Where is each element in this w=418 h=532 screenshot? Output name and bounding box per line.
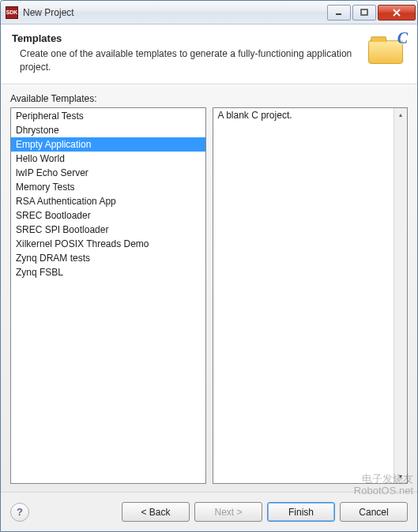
list-item[interactable]: Zynq FSBL [11, 265, 205, 279]
scroll-down-icon[interactable]: ▾ [394, 470, 407, 483]
back-button[interactable]: < Back [122, 502, 190, 522]
scrollbar[interactable]: ▴ ▾ [394, 108, 407, 483]
templates-listbox[interactable]: Peripheral TestsDhrystoneEmpty Applicati… [10, 107, 206, 484]
cancel-button[interactable]: Cancel [340, 502, 408, 522]
list-item[interactable]: Zynq DRAM tests [11, 251, 205, 265]
footer: ? < Back Next > Finish Cancel [1, 492, 417, 531]
list-item[interactable]: lwIP Echo Server [11, 166, 205, 180]
header-description: Create one of the available templates to… [12, 47, 360, 74]
window-title: New Project [23, 7, 326, 18]
window-controls [326, 5, 416, 21]
available-templates-label: Available Templates: [10, 93, 408, 104]
header-title: Templates [12, 32, 360, 44]
dialog-window: SDK New Project Templates Create one of … [0, 0, 418, 532]
list-item[interactable]: Xilkernel POSIX Threads Demo [11, 237, 205, 251]
close-button[interactable] [378, 5, 416, 21]
list-item[interactable]: Dhrystone [11, 123, 205, 137]
list-item[interactable]: Peripheral Tests [11, 109, 205, 123]
app-icon: SDK [6, 6, 18, 19]
template-description-text: A blank C project. [213, 108, 394, 483]
header-panel: Templates Create one of the available te… [1, 24, 417, 84]
help-button[interactable]: ? [10, 503, 29, 522]
minimize-button[interactable] [327, 5, 351, 21]
scroll-up-icon[interactable]: ▴ [394, 108, 407, 122]
svg-rect-1 [361, 9, 367, 15]
finish-button[interactable]: Finish [267, 502, 335, 522]
list-item[interactable]: RSA Authentication App [11, 194, 205, 208]
list-item[interactable]: SREC SPI Bootloader [11, 223, 205, 237]
next-button: Next > [194, 502, 262, 522]
body-panel: Available Templates: Peripheral TestsDhr… [1, 84, 417, 492]
list-item[interactable]: Empty Application [11, 137, 205, 152]
list-item[interactable]: Memory Tests [11, 180, 205, 194]
list-item[interactable]: SREC Bootloader [11, 208, 205, 223]
maximize-button[interactable] [352, 5, 376, 21]
titlebar[interactable]: SDK New Project [1, 1, 417, 24]
folder-c-icon: C [368, 32, 406, 64]
list-item[interactable]: Hello World [11, 152, 205, 166]
template-description-box: A blank C project. ▴ ▾ [213, 107, 409, 484]
